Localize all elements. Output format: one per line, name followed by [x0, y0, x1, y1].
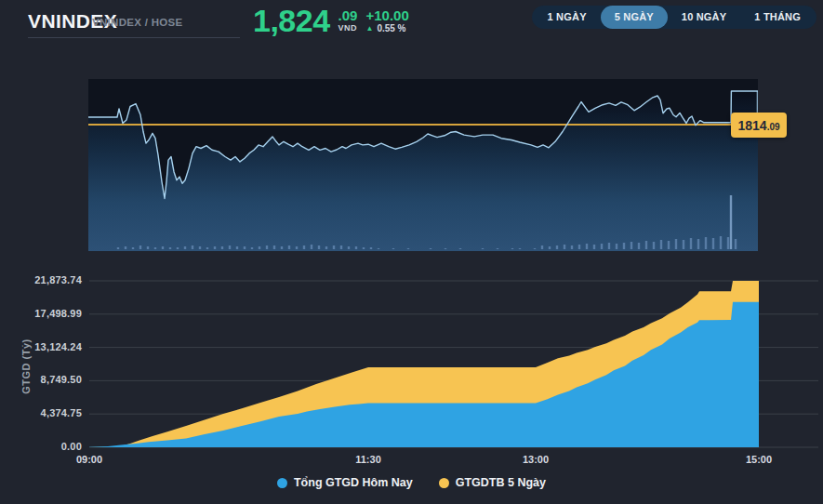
- volume-bar: [333, 245, 335, 249]
- reference-price-int: 1814: [737, 118, 766, 133]
- volume-bar: [497, 248, 498, 249]
- legend-label: Tổng GTGD Hôm Nay: [294, 476, 413, 489]
- volume-bar: [519, 248, 521, 249]
- legend-item[interactable]: GTGDTB 5 Ngày: [439, 476, 546, 489]
- volume-bar: [363, 247, 365, 249]
- volume-bar: [675, 239, 677, 249]
- volume-bar: [511, 248, 513, 249]
- volume-bar: [430, 248, 431, 249]
- volume-bar: [259, 246, 260, 249]
- volume-bar: [392, 248, 394, 249]
- volume-bar: [236, 246, 238, 249]
- volume-bar: [192, 245, 193, 249]
- price-change: +10.00: [365, 8, 408, 22]
- volume-bar: [214, 246, 216, 249]
- volume-bar: [638, 243, 640, 249]
- volume-bar: [162, 246, 164, 249]
- volume-bar: [445, 248, 446, 249]
- volume-bar: [139, 245, 141, 249]
- volume-bar: [705, 237, 707, 249]
- up-arrow-icon: ▲: [365, 25, 373, 33]
- volume-bar: [199, 246, 201, 249]
- volume-bar: [340, 245, 342, 249]
- volume-bar: [601, 244, 603, 249]
- y-tick-label: 8,749.50: [0, 374, 82, 385]
- volume-bar: [407, 248, 409, 249]
- volume-bar: [266, 245, 268, 249]
- title-divider: [28, 37, 240, 38]
- value-axis-title: GTGD (Tỷ): [20, 329, 32, 404]
- volume-bar: [311, 245, 312, 249]
- volume-bar: [623, 243, 625, 249]
- volume-bar: [318, 245, 320, 249]
- volume-bar: [132, 247, 134, 249]
- volume-bar: [125, 246, 126, 249]
- y-tick-label: 17,498.99: [0, 308, 82, 319]
- range-button-1-ngày[interactable]: 1 NGÀY: [534, 6, 601, 29]
- volume-bar: [660, 240, 662, 249]
- volume-bar: [206, 247, 208, 249]
- volume-bar: [720, 236, 722, 249]
- x-tick-label: 09:00: [61, 454, 117, 465]
- range-button-1-tháng[interactable]: 1 THÁNG: [740, 6, 815, 29]
- volume-bar: [147, 246, 149, 249]
- chart-legend: Tổng GTGD Hôm NayGTGDTB 5 Ngày: [0, 476, 823, 489]
- legend-dot-icon: [277, 478, 287, 488]
- volume-bar: [184, 246, 186, 249]
- volume-bar: [683, 240, 684, 249]
- volume-bar: [177, 247, 179, 249]
- volume-bar: [303, 245, 305, 249]
- volume-bar: [169, 247, 171, 249]
- volume-bar: [668, 241, 670, 249]
- volume-bar: [712, 238, 714, 249]
- legend-label: GTGDTB 5 Ngày: [456, 476, 546, 489]
- volume-bar: [117, 247, 119, 249]
- volume-bar: [653, 242, 655, 249]
- value-axis: 0.004,374.758,749.5013,124.2417,498.9921…: [0, 279, 84, 465]
- last-price: 1,824: [253, 6, 330, 35]
- volume-bar: [697, 239, 699, 249]
- volume-bar: [459, 248, 461, 249]
- volume-bar: [578, 245, 580, 249]
- volume-bar: [273, 245, 275, 249]
- volume-bar: [355, 246, 357, 249]
- volume-bar: [281, 246, 283, 249]
- y-tick-label: 4,374.75: [0, 407, 82, 418]
- last-price-decimals: .09: [338, 8, 358, 22]
- range-button-10-ngày[interactable]: 10 NGÀY: [668, 6, 740, 29]
- volume-bar: [727, 237, 729, 249]
- price-chart[interactable]: [88, 79, 758, 251]
- volume-bar: [571, 245, 573, 249]
- price-block: 1,824 .09 VND +10.00 ▲ 0.55 %: [253, 6, 409, 35]
- volume-bar: [251, 247, 253, 249]
- legend-item[interactable]: Tổng GTGD Hôm Nay: [277, 476, 413, 489]
- y-tick-label: 0.00: [0, 441, 82, 452]
- volume-bar: [296, 246, 298, 249]
- traded-value-chart[interactable]: [89, 279, 823, 460]
- volume-bar: [244, 246, 246, 249]
- volume-bar: [556, 245, 558, 249]
- volume-bar: [690, 238, 692, 249]
- volume-bar: [631, 242, 632, 249]
- y-tick-label: 13,124.24: [0, 341, 82, 352]
- currency-label: VND: [338, 23, 358, 33]
- reference-price-dec: .09: [767, 122, 780, 132]
- volume-bar: [378, 248, 379, 249]
- volume-bar: [549, 246, 551, 249]
- volume-bar: [288, 245, 290, 249]
- legend-dot-icon: [439, 478, 449, 488]
- vnindex-chart-page: VNINDEX VNINDEX / HOSE 1,824 .09 VND +10…: [0, 0, 823, 504]
- volume-bar: [154, 247, 156, 249]
- volume-bar: [229, 245, 231, 249]
- x-tick-label: 15:00: [731, 454, 787, 465]
- volume-bar: [616, 244, 617, 249]
- volume-bar: [564, 245, 565, 249]
- range-button-5-ngày[interactable]: 5 NGÀY: [601, 6, 668, 29]
- volume-bar: [221, 246, 223, 249]
- volume-bar: [593, 245, 595, 249]
- y-tick-label: 21,873.74: [0, 274, 82, 285]
- volume-bar: [370, 247, 372, 249]
- volume-bar: [348, 246, 350, 249]
- volume-bar: [541, 245, 543, 249]
- volume-bar: [730, 195, 732, 249]
